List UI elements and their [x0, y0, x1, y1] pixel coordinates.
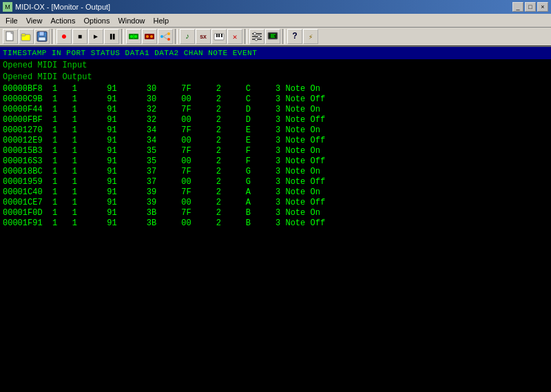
svg-point-8 — [130, 35, 133, 38]
svg-point-13 — [150, 35, 153, 38]
svg-point-27 — [258, 35, 260, 38]
status-line-2: Opened MIDI Output — [3, 72, 548, 83]
data-row: 00001F91 1 1 91 3B 00 2 B 3 Note Off — [3, 218, 548, 229]
menu-view[interactable]: View — [22, 15, 47, 26]
tb-midi-out-button[interactable] — [142, 29, 157, 44]
tb-new-button[interactable] — [3, 29, 18, 44]
data-row: 00000C9B 1 1 91 30 00 2 C 3 Note Off — [3, 94, 548, 105]
tb-sep-2 — [121, 29, 124, 44]
title-bar: M MIDI-OX - [Monitor - Output] _ □ × — [0, 0, 551, 14]
tb-midi-in-button[interactable] — [126, 29, 141, 44]
monitor-area: Opened MIDI Input Opened MIDI Output 000… — [0, 59, 551, 392]
tb-help-button[interactable]: ? — [287, 29, 302, 44]
svg-point-26 — [253, 32, 256, 35]
data-lines: 00000BF8 1 1 91 30 7F 2 C 3 Note On00000… — [3, 84, 548, 229]
data-row: 00000FBF 1 1 91 32 00 2 D 3 Note Off — [3, 115, 548, 125]
tb-monitor-button[interactable] — [265, 29, 280, 44]
svg-point-14 — [160, 35, 163, 38]
tb-routing-button[interactable] — [158, 29, 173, 44]
tb-note-filter-button[interactable]: ♪ — [180, 29, 195, 44]
tb-sysex-button[interactable]: SX — [196, 29, 211, 44]
svg-point-15 — [167, 32, 170, 35]
data-row: 00001270 1 1 91 34 7F 2 E 3 Note On — [3, 125, 548, 136]
tb-open-button[interactable] — [19, 29, 34, 44]
data-row: 00000F44 1 1 91 32 7F 2 D 3 Note On — [3, 105, 548, 115]
menu-file[interactable]: File — [1, 15, 22, 26]
menu-window[interactable]: Window — [114, 15, 149, 26]
svg-point-9 — [134, 35, 137, 38]
window-controls[interactable]: _ □ × — [512, 2, 548, 12]
svg-line-18 — [163, 37, 167, 39]
minimize-button[interactable]: _ — [512, 2, 523, 12]
tb-keyb-button[interactable] — [211, 29, 227, 44]
tb-about-button[interactable]: ⚡ — [303, 29, 318, 44]
tb-rec-button[interactable]: ● — [56, 29, 72, 44]
data-row: 000012E9 1 1 91 34 00 2 E 3 Note Off — [3, 136, 548, 146]
menu-actions[interactable]: Actions — [46, 15, 79, 26]
app-icon: M — [3, 2, 12, 12]
svg-point-28 — [255, 38, 258, 41]
data-row: 00001CE7 1 1 91 39 00 2 A 3 Note Off — [3, 198, 548, 208]
tb-sep-4 — [245, 29, 247, 44]
svg-rect-6 — [39, 37, 45, 41]
svg-line-17 — [163, 34, 167, 37]
maximize-button[interactable]: □ — [525, 2, 536, 12]
tb-save-button[interactable] — [34, 29, 50, 44]
menu-bar: File View Actions Options Window Help — [0, 14, 551, 28]
data-row: 00001C40 1 1 91 39 7F 2 A 3 Note On — [3, 187, 548, 198]
tb-sep-1 — [52, 29, 54, 44]
tb-panic-button[interactable]: ✕ — [227, 29, 242, 44]
svg-rect-20 — [216, 34, 218, 37]
menu-help[interactable]: Help — [149, 15, 174, 26]
svg-point-12 — [146, 35, 149, 38]
svg-rect-5 — [39, 32, 44, 36]
tb-sep-5 — [282, 29, 285, 44]
svg-point-16 — [167, 38, 170, 41]
data-row: 000018BC 1 1 91 37 7F 2 G 3 Note On — [3, 167, 548, 177]
toolbar: ● ■ ▶ ❚❚ ♪ SX ✕ ? ⚡ — [0, 28, 551, 47]
data-row: 000015B3 1 1 91 35 7F 2 F 3 Note On — [3, 146, 548, 156]
data-row: 00000BF8 1 1 91 30 7F 2 C 3 Note On — [3, 84, 548, 94]
close-button[interactable]: × — [537, 2, 548, 12]
title-text: MIDI-OX - [Monitor - Output] — [15, 3, 512, 11]
tb-stop-button[interactable]: ■ — [72, 29, 87, 44]
menu-options[interactable]: Options — [79, 15, 114, 26]
column-headers: TIMESTAMP IN PORT STATUS DATA1 DATA2 CHA… — [0, 47, 551, 59]
svg-rect-3 — [21, 34, 25, 36]
tb-options-button[interactable] — [249, 29, 264, 44]
tb-pause-button[interactable]: ❚❚ — [104, 29, 119, 44]
data-row: 00001959 1 1 91 37 00 2 G 3 Note Off — [3, 177, 548, 187]
data-row: 000016S3 1 1 91 35 00 2 F 3 Note Off — [3, 156, 548, 167]
status-line-1: Opened MIDI Input — [3, 61, 548, 71]
svg-rect-22 — [221, 34, 222, 37]
tb-sep-3 — [175, 29, 178, 44]
data-row: 00001F0D 1 1 91 3B 7F 2 B 3 Note On — [3, 208, 548, 218]
col-headers-text: TIMESTAMP IN PORT STATUS DATA1 DATA2 CHA… — [3, 49, 257, 57]
tb-play-button[interactable]: ▶ — [88, 29, 103, 44]
svg-rect-21 — [218, 34, 220, 37]
